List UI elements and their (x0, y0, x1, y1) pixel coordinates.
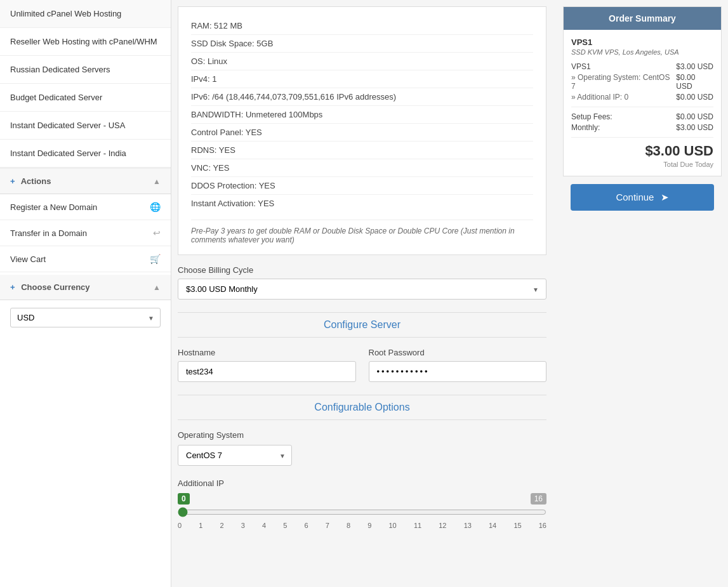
monthly-label: Monthly: (571, 123, 600, 132)
order-total-label: Total Due Today (571, 161, 713, 168)
prepay-note: Pre-Pay 3 years to get double RAM or Dou… (191, 220, 533, 244)
action-icon-view-cart: 🛒 (150, 254, 161, 264)
slider-labels-top: 0 16 (178, 493, 546, 505)
order-summary: Order Summary VPS1 SSD KVM VPS, Los Ange… (563, 6, 722, 176)
monthly-value: $3.00 USD (676, 123, 713, 132)
action-item-transfer-domain[interactable]: Transfer in a Domain↩ (0, 220, 171, 246)
order-product-sub: SSD KVM VPS, Los Angeles, USA (571, 48, 713, 56)
spec-row: IPv6: /64 (18,446,744,073,709,551,616 IP… (191, 88, 533, 106)
hostname-group: Hostname (178, 348, 356, 382)
actions-list: Register a New Domain🌐Transfer in a Doma… (0, 194, 171, 272)
order-line: VPS1$3.00 USD (571, 62, 713, 71)
actions-header-label: + Actions (10, 176, 51, 186)
sidebar-item-russian-dedicated[interactable]: Russian Dedicated Servers (0, 56, 171, 84)
order-line: » Additional IP: 0$0.00 USD (571, 93, 713, 102)
billing-section: Choose Billing Cycle $3.00 USD Monthly $… (178, 265, 546, 300)
action-label: View Cart (10, 254, 46, 264)
currency-select[interactable]: USD EUR GBP (10, 308, 161, 327)
specs-list: RAM: 512 MBSSD Disk Space: 5GBOS: LinuxI… (191, 17, 533, 212)
additional-ip-label: Additional IP (178, 478, 546, 488)
password-input[interactable] (369, 361, 547, 382)
setup-fees-label: Setup Fees: (571, 112, 612, 121)
main-content: RAM: 512 MBSSD Disk Space: 5GBOS: LinuxI… (178, 0, 546, 587)
slider-numbers: 0 1 2 3 4 5 6 7 8 9 10 11 12 13 (178, 522, 546, 529)
slider-max-badge: 16 (531, 493, 546, 505)
order-lines: VPS1$3.00 USD» Operating System: CentOS … (571, 62, 713, 102)
spec-row: IPv4: 1 (191, 70, 533, 88)
sidebar-item-instant-dedicated-india[interactable]: Instant Dedicated Server - India (0, 140, 171, 168)
os-label: Operating System (178, 430, 546, 440)
sidebar-nav: Unlimited cPanel Web HostingReseller Web… (0, 0, 171, 168)
configure-server-title: Configure Server (178, 312, 546, 338)
continue-label: Continue (616, 192, 654, 202)
specs-area: RAM: 512 MBSSD Disk Space: 5GBOS: LinuxI… (178, 6, 546, 255)
sidebar: Unlimited cPanel Web HostingReseller Web… (0, 0, 171, 587)
order-divider-2 (571, 137, 713, 138)
slider-value-badge: 0 (178, 493, 190, 505)
action-label: Transfer in a Domain (10, 228, 87, 238)
sidebar-item-budget-dedicated[interactable]: Budget Dedicated Server (0, 84, 171, 112)
currency-chevron-icon: ▲ (153, 283, 161, 292)
actions-chevron-icon: ▲ (153, 177, 161, 186)
hostname-label: Hostname (178, 348, 356, 357)
action-item-view-cart[interactable]: View Cart🛒 (0, 246, 171, 272)
actions-header: + Actions ▲ (0, 169, 171, 194)
action-icon-transfer-domain: ↩ (153, 228, 161, 238)
billing-label: Choose Billing Cycle (178, 265, 546, 275)
spec-row: BANDWIDTH: Unmetered 100Mbps (191, 106, 533, 124)
spec-row: Control Panel: YES (191, 124, 533, 142)
action-label: Register a New Domain (10, 202, 97, 212)
spec-row: Instant Activation: YES (191, 195, 533, 212)
slider-container: 0 16 0 1 2 3 4 5 6 7 8 9 (178, 493, 546, 529)
setup-fees-line: Setup Fees: $0.00 USD (571, 112, 713, 121)
spec-row: SSD Disk Space: 5GB (191, 35, 533, 53)
currency-header: + Choose Currency ▲ (0, 275, 171, 300)
action-item-register-domain[interactable]: Register a New Domain🌐 (0, 194, 171, 220)
setup-fees-value: $0.00 USD (676, 112, 713, 121)
os-group: Operating System CentOS 7 Ubuntu 20.04 D… (178, 430, 546, 466)
currency-header-label: + Choose Currency (10, 282, 90, 292)
os-select[interactable]: CentOS 7 Ubuntu 20.04 Debian 10 (178, 445, 292, 466)
monthly-line: Monthly: $3.00 USD (571, 123, 713, 132)
additional-ip-slider[interactable] (178, 507, 546, 517)
continue-button[interactable]: Continue ➤ (571, 184, 714, 211)
order-product-name: VPS1 (571, 37, 713, 47)
sidebar-item-reseller-hosting[interactable]: Reseller Web Hosting with cPanel/WHM (0, 28, 171, 56)
app-layout: Unlimited cPanel Web HostingReseller Web… (0, 0, 728, 587)
password-label: Root Password (369, 348, 547, 357)
configurable-options-title: Configurable Options (178, 395, 546, 420)
order-divider (571, 107, 713, 107)
hostname-input[interactable] (178, 361, 356, 382)
billing-select[interactable]: $3.00 USD Monthly $30.00 USD Annually (178, 279, 546, 300)
sidebar-item-unlimited-cpanel[interactable]: Unlimited cPanel Web Hosting (0, 0, 171, 28)
action-icon-register-domain: 🌐 (150, 202, 161, 212)
order-total-price: $3.00 USD (571, 143, 713, 159)
order-summary-body: VPS1 SSD KVM VPS, Los Angeles, USA VPS1$… (564, 30, 721, 176)
order-line: » Operating System: CentOS 7$0.00 USD (571, 73, 713, 91)
right-panel: Order Summary VPS1 SSD KVM VPS, Los Ange… (557, 0, 722, 587)
spec-row: OS: Linux (191, 53, 533, 70)
sidebar-item-instant-dedicated-usa[interactable]: Instant Dedicated Server - USA (0, 112, 171, 140)
additional-ip-group: Additional IP 0 16 0 1 2 3 4 5 6 (178, 478, 546, 529)
actions-section: + Actions ▲ Register a New Domain🌐Transf… (0, 168, 171, 272)
spec-row: DDOS Protection: YES (191, 177, 533, 195)
order-summary-header: Order Summary (564, 7, 721, 30)
actions-plus-icon: + (10, 176, 15, 186)
continue-arrow-icon: ➤ (661, 192, 669, 202)
currency-section: + Choose Currency ▲ USD EUR GBP (0, 275, 171, 335)
currency-select-wrap: USD EUR GBP (0, 300, 171, 335)
spec-row: VNC: YES (191, 159, 533, 177)
spec-row: RAM: 512 MB (191, 17, 533, 35)
spec-row: RDNS: YES (191, 142, 533, 159)
server-fields: Hostname Root Password (178, 348, 546, 382)
currency-plus-icon: + (10, 282, 15, 292)
password-group: Root Password (369, 348, 547, 382)
